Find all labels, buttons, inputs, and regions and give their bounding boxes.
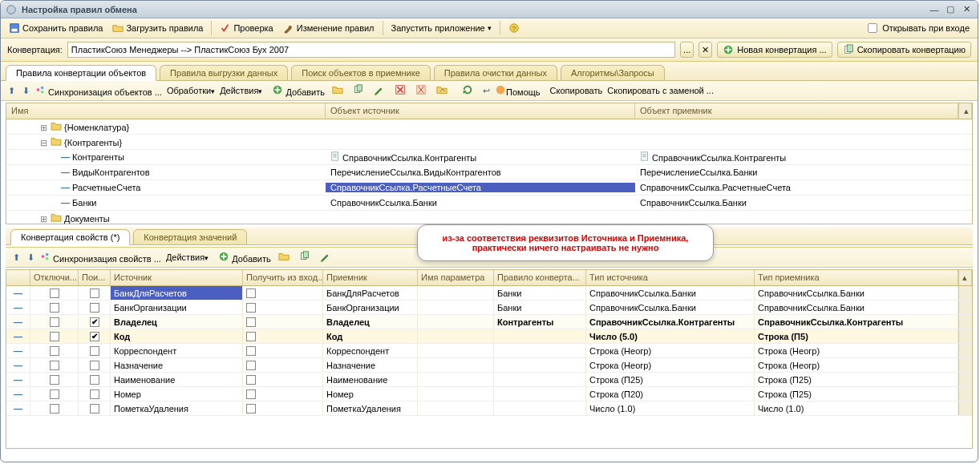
open-on-start-box[interactable]: [868, 23, 877, 33]
col-off[interactable]: Отключи...: [30, 270, 79, 285]
sync-objects-button[interactable]: Синхронизация объектов ...: [34, 84, 162, 97]
checkbox[interactable]: [246, 317, 256, 327]
add-group-button[interactable]: [330, 83, 346, 98]
minimize-button[interactable]: —: [928, 4, 941, 15]
down-arrow-button[interactable]: ⬇: [20, 85, 30, 97]
tree-row[interactable]: — БанкиСправочникСсылка.БанкиСправочникС…: [6, 196, 972, 211]
props-row[interactable]: —КорреспондентКорреспондентСтрока (Неогр…: [6, 344, 972, 358]
run-app-button[interactable]: Запустить приложение ▾: [388, 22, 495, 34]
load-rules-button[interactable]: Загрузить правила: [109, 21, 206, 35]
tree-row[interactable]: — КонтрагентыСправочникСсылка.Контрагент…: [6, 150, 972, 165]
col-search[interactable]: Пои...: [79, 270, 111, 285]
props-row[interactable]: —ВладелецВладелецКонтрагентыСправочникСс…: [6, 315, 972, 329]
tree-row[interactable]: — РасчетныеСчетаСправочникСсылка.Расчетн…: [6, 180, 972, 196]
checkbox[interactable]: [90, 375, 99, 385]
checkbox[interactable]: [246, 288, 256, 298]
help-link[interactable]: Помощь: [495, 84, 541, 97]
checkbox[interactable]: [90, 288, 99, 298]
back-button[interactable]: ↩: [480, 85, 490, 97]
conversion-clear-button[interactable]: ✕: [699, 42, 712, 58]
checkbox[interactable]: [50, 361, 59, 370]
tab-unload-rules[interactable]: Правила выгрузки данных: [160, 65, 288, 80]
check-button[interactable]: Проверка: [217, 21, 276, 35]
refresh-button[interactable]: [460, 83, 476, 98]
checkbox[interactable]: [246, 346, 256, 356]
edit-button[interactable]: [371, 83, 387, 98]
tree-row[interactable]: — ВидыКонтрагентовПеречислениеСсылка.Вид…: [6, 165, 972, 180]
checkbox[interactable]: [90, 404, 99, 414]
tree-row[interactable]: ⊞ {Номенклатура}: [6, 119, 972, 135]
checkbox[interactable]: [50, 389, 59, 399]
tree-body[interactable]: ⊞ {Номенклатура}⊟ {Контрагенты}— Контраг…: [6, 119, 972, 224]
copy-button-tb[interactable]: Скопировать: [550, 86, 603, 95]
col-paramname[interactable]: Имя параметра: [418, 270, 494, 285]
props-add-button[interactable]: Добавить: [218, 251, 271, 264]
props-down-button[interactable]: ⬇: [25, 252, 34, 264]
props-up-button[interactable]: ⬆: [10, 252, 20, 264]
save-rules-button[interactable]: Сохранить правила: [6, 21, 106, 35]
checkbox[interactable]: [90, 303, 99, 313]
checkbox[interactable]: [50, 332, 59, 341]
tab-clean[interactable]: Правила очистки данных: [434, 65, 557, 80]
props-addgroup[interactable]: [276, 250, 292, 264]
col-rule[interactable]: Правило конверта...: [494, 270, 586, 285]
checkbox[interactable]: [246, 375, 256, 385]
checkbox[interactable]: [50, 303, 59, 313]
checkbox[interactable]: [50, 346, 59, 356]
maximize-button[interactable]: ▢: [944, 4, 957, 15]
col-tsrc[interactable]: Тип источника: [586, 270, 755, 285]
up-arrow-button[interactable]: ⬆: [6, 85, 15, 97]
tab-search[interactable]: Поиск объектов в приемнике: [291, 65, 431, 80]
open-on-start-checkbox[interactable]: Открывать при входе: [865, 22, 973, 34]
checkbox[interactable]: [246, 389, 256, 399]
delete-button[interactable]: [392, 83, 408, 98]
new-conversion-button[interactable]: Новая конвертация ...: [717, 42, 832, 58]
checkbox[interactable]: [90, 389, 99, 399]
change-rules-button[interactable]: Изменение правил: [280, 21, 378, 35]
col-source[interactable]: Источник: [111, 270, 243, 285]
checkbox[interactable]: [246, 303, 256, 313]
move-button[interactable]: [434, 83, 450, 98]
conversion-browse-button[interactable]: ...: [680, 42, 694, 58]
props-edit[interactable]: [318, 250, 334, 264]
tree-row[interactable]: ⊟ {Контрагенты}: [6, 135, 972, 150]
props-grid-body[interactable]: —БанкДляРасчетовБанкДляРасчетовБанкиСпра…: [6, 286, 972, 416]
checkbox[interactable]: [50, 375, 59, 385]
tab-props[interactable]: Конвертация свойств (*): [10, 229, 130, 245]
checkbox[interactable]: [90, 317, 99, 327]
sync-props-button[interactable]: Синхронизация свойств ...: [39, 251, 161, 264]
checkbox[interactable]: [246, 332, 256, 341]
props-row[interactable]: —КодКодЧисло (5.0)Строка (П5): [6, 329, 972, 344]
col-get[interactable]: Получить из вход...: [243, 270, 323, 285]
duplicate-button[interactable]: [350, 83, 366, 98]
props-row[interactable]: —ПометкаУдаленияПометкаУдаленияЧисло (1.…: [6, 401, 972, 416]
col-dst[interactable]: Объект приемник: [635, 103, 958, 119]
props-dup[interactable]: [297, 250, 313, 264]
add-button[interactable]: Добавить: [272, 84, 325, 97]
col-expand[interactable]: [6, 270, 30, 285]
tab-algorithms[interactable]: Алгоритмы\Запросы: [561, 65, 665, 80]
checkbox[interactable]: [50, 288, 59, 298]
scroll-up[interactable]: ▴: [958, 103, 972, 119]
checkbox[interactable]: [90, 332, 99, 341]
col-trcv[interactable]: Тип приемника: [755, 270, 958, 285]
conversion-input[interactable]: [67, 42, 675, 58]
props-row[interactable]: —НаименованиеНаименованиеСтрока (П25)Стр…: [6, 373, 972, 387]
tab-obj-rules[interactable]: Правила конвертации объектов: [6, 65, 156, 81]
checkbox[interactable]: [246, 404, 256, 414]
checkbox[interactable]: [246, 361, 256, 370]
props-row[interactable]: —БанкДляРасчетовБанкДляРасчетовБанкиСпра…: [6, 286, 972, 301]
checkbox[interactable]: [90, 346, 99, 356]
help-button[interactable]: ?: [505, 21, 523, 35]
props-row[interactable]: —НомерНомерСтрока (П20)Строка (П25): [6, 387, 972, 401]
actions-button[interactable]: Действия▾: [220, 86, 262, 95]
processings-button[interactable]: Обработки▾: [167, 86, 215, 95]
col-receiver[interactable]: Приемник: [323, 270, 418, 285]
props-scroll-up[interactable]: ▴: [958, 270, 972, 285]
copy-conversion-button[interactable]: Скопировать конвертацию: [837, 42, 971, 58]
props-row[interactable]: —БанкОрганизацииБанкОрганизацииБанкиСпра…: [6, 301, 972, 315]
mark-button[interactable]: [413, 83, 429, 98]
tab-values[interactable]: Конвертация значений: [133, 229, 247, 244]
close-button[interactable]: ✕: [960, 4, 973, 15]
col-src[interactable]: Объект источник: [326, 103, 635, 119]
